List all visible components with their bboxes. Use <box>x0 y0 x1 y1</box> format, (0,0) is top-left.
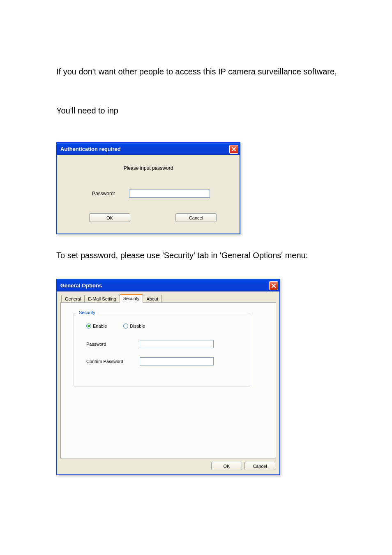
doc-paragraph-3: To set password, please use 'Security' t… <box>56 251 392 260</box>
radio-icon <box>86 324 91 328</box>
confirm-password-label: Confirm Password <box>86 359 140 364</box>
security-groupbox: Security Enable Disable Password <box>74 313 250 386</box>
password-input[interactable] <box>140 340 214 348</box>
tab-bar: General E-Mail Setting Security About <box>60 294 276 303</box>
general-options-dialog: General Options General E-Mail Setting S… <box>56 279 280 475</box>
titlebar[interactable]: General Options <box>57 280 279 291</box>
groupbox-legend: Security <box>77 310 97 315</box>
password-label: Password: <box>92 191 129 197</box>
radio-enable[interactable]: Enable <box>86 324 107 328</box>
radio-icon <box>123 324 128 328</box>
close-button[interactable] <box>229 145 238 154</box>
close-icon <box>271 283 276 288</box>
password-input[interactable] <box>129 190 210 198</box>
radio-disable-label: Disable <box>130 324 145 328</box>
dialog-title: Authentication required <box>60 146 121 152</box>
radio-disable[interactable]: Disable <box>123 324 145 328</box>
tab-security[interactable]: Security <box>120 294 143 303</box>
tab-panel-security: Security Enable Disable Password <box>60 302 276 458</box>
cancel-button[interactable]: Cancel <box>244 462 275 470</box>
ok-button[interactable]: OK <box>211 462 242 470</box>
ok-button[interactable]: OK <box>89 213 130 222</box>
cancel-button[interactable]: Cancel <box>175 213 217 222</box>
dialog-message: Please input password <box>69 165 227 171</box>
doc-paragraph-2: You'll need to inp <box>56 106 392 116</box>
dialog-title: General Options <box>60 282 102 289</box>
titlebar[interactable]: Authentication required <box>57 143 240 155</box>
confirm-password-input[interactable] <box>140 357 214 365</box>
radio-enable-label: Enable <box>93 324 107 328</box>
doc-paragraph-1: If you don't want other people to access… <box>56 66 392 77</box>
authentication-dialog: Authentication required Please input pas… <box>56 142 240 234</box>
close-button[interactable] <box>269 281 278 290</box>
password-label: Password <box>86 342 140 347</box>
close-icon <box>231 147 236 152</box>
